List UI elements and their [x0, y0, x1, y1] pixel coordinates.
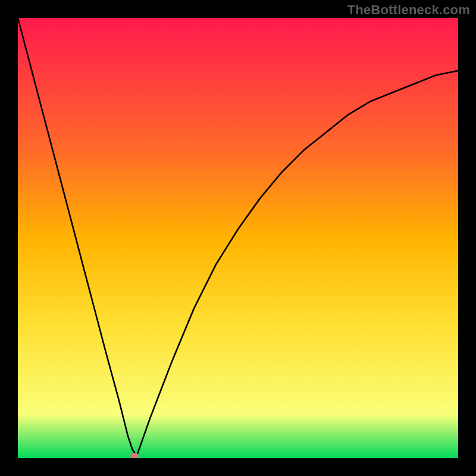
chart-frame: TheBottleneck.com: [0, 0, 476, 476]
optimum-marker: [130, 453, 139, 458]
gradient-background: [18, 18, 458, 458]
plot-area: [18, 18, 458, 458]
bottleneck-curve: [18, 18, 458, 458]
attribution-text: TheBottleneck.com: [347, 2, 470, 18]
